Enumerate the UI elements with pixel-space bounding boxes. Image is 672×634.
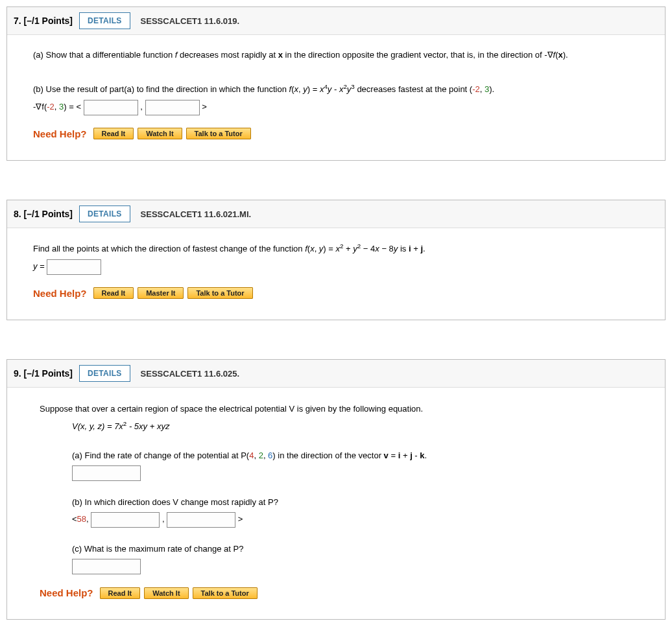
part-c-text: (c) What is the maximum rate of change a… (72, 542, 639, 556)
question-9: 9. [–/1 Points] DETAILS SESSCALCET1 11.6… (6, 359, 666, 620)
details-button[interactable]: DETAILS (79, 365, 130, 382)
need-help-row: Need Help? Read It Watch It Talk to a Tu… (40, 585, 639, 602)
part-c: (c) What is the maximum rate of change a… (72, 542, 639, 574)
part-b: (b) In which direction does V change mos… (72, 495, 639, 528)
question-number: 8. [–/1 Points] (14, 209, 73, 219)
need-help-label: Need Help? (33, 126, 87, 143)
details-button[interactable]: DETAILS (79, 12, 130, 29)
part-a-text: (a) Find the rate of change of the poten… (72, 449, 639, 463)
need-help-row: Need Help? Read It Master It Talk to a T… (33, 285, 639, 302)
read-it-button[interactable]: Read It (93, 128, 134, 139)
talk-tutor-button[interactable]: Talk to a Tutor (186, 128, 251, 139)
question-source: SESSCALCET1 11.6.019. (141, 16, 239, 26)
question-7: 7. [–/1 Points] DETAILS SESSCALCET1 11.6… (6, 6, 666, 161)
question-body: Find all the points at which the directi… (7, 228, 665, 320)
direction-z-input[interactable] (167, 512, 235, 528)
part-b-text: (b) In which direction does V change mos… (72, 495, 639, 510)
watch-it-button[interactable]: Watch It (144, 587, 188, 599)
master-it-button[interactable]: Master It (138, 287, 184, 299)
watch-it-button[interactable]: Watch It (138, 128, 182, 139)
question-8: 8. [–/1 Points] DETAILS SESSCALCET1 11.6… (6, 200, 666, 320)
question-number: 7. [–/1 Points] (14, 16, 73, 26)
gradient-y-input[interactable] (145, 100, 200, 115)
part-b-text: (b) Use the result of part(a) to find th… (33, 82, 639, 97)
need-help-label: Need Help? (33, 285, 87, 302)
talk-tutor-button[interactable]: Talk to a Tutor (187, 287, 252, 299)
question-header: 8. [–/1 Points] DETAILS SESSCALCET1 11.6… (7, 200, 665, 228)
question-header: 9. [–/1 Points] DETAILS SESSCALCET1 11.6… (7, 360, 665, 388)
need-help-label: Need Help? (40, 585, 93, 602)
intro-text: Suppose that over a certain region of sp… (40, 402, 639, 416)
question-header: 7. [–/1 Points] DETAILS SESSCALCET1 11.6… (7, 7, 665, 35)
question-number: 9. [–/1 Points] (14, 368, 73, 379)
part-a-text: (a) Show that a differentiable function … (33, 48, 639, 62)
read-it-button[interactable]: Read It (93, 287, 134, 299)
question-body: Suppose that over a certain region of sp… (7, 388, 665, 619)
y-input[interactable] (47, 259, 101, 275)
rate-of-change-input[interactable] (72, 465, 141, 481)
gradient-input-row: -∇f(-2, 3) = < , > (33, 100, 639, 115)
max-rate-input[interactable] (72, 559, 141, 574)
direction-y-input[interactable] (91, 512, 160, 528)
question-text: Find all the points at which the directi… (33, 241, 639, 256)
potential-equation: V(x, y, z) = 7x2 - 5xy + xyz (72, 419, 639, 434)
question-source: SESSCALCET1 11.6.025. (141, 369, 239, 379)
y-input-row: y = (33, 259, 639, 275)
part-a: (a) Find the rate of change of the poten… (72, 449, 639, 481)
details-button[interactable]: DETAILS (79, 205, 130, 222)
talk-tutor-button[interactable]: Talk to a Tutor (193, 587, 258, 599)
question-body: (a) Show that a differentiable function … (7, 35, 665, 160)
direction-input-row: <58, , > (72, 512, 639, 528)
read-it-button[interactable]: Read It (100, 587, 141, 599)
question-source: SESSCALCET1 11.6.021.MI. (141, 209, 252, 219)
gradient-x-input[interactable] (84, 100, 138, 115)
need-help-row: Need Help? Read It Watch It Talk to a Tu… (33, 126, 639, 143)
